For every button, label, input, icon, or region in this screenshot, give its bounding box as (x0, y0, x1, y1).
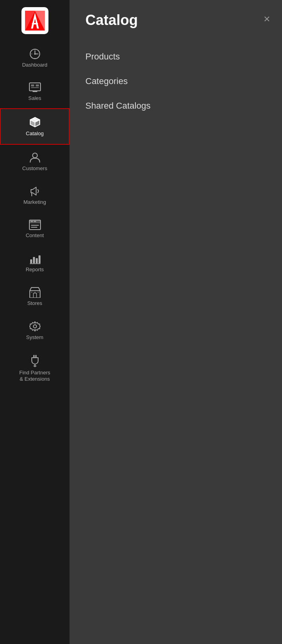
svg-rect-13 (29, 83, 41, 91)
svg-rect-42 (33, 293, 37, 298)
catalog-icon (29, 116, 41, 128)
menu-item-products[interactable]: Products (85, 44, 270, 69)
sidebar-item-label: Marketing (23, 199, 46, 205)
sidebar-item-label: Find Partners & Extensions (19, 370, 50, 382)
dashboard-icon (29, 48, 41, 59)
sidebar-item-sales[interactable]: Sales (0, 75, 70, 109)
sidebar-item-label: Content (26, 232, 44, 239)
logo-area (0, 0, 70, 41)
panel-header: Catalog × (85, 12, 270, 29)
sidebar-item-label: Dashboard (22, 62, 48, 68)
marketing-icon (29, 186, 41, 197)
sidebar-item-reports[interactable]: Reports (0, 246, 70, 280)
svg-rect-48 (35, 355, 37, 358)
svg-point-8 (34, 53, 36, 55)
svg-rect-33 (31, 221, 33, 222)
svg-rect-47 (33, 355, 35, 358)
adobe-logo-icon (25, 11, 45, 31)
sidebar-item-find-partners[interactable]: Find Partners & Extensions (0, 347, 70, 389)
close-button[interactable]: × (264, 13, 270, 25)
reports-icon (29, 253, 41, 264)
svg-point-26 (33, 153, 37, 158)
sidebar-item-stores[interactable]: Stores (0, 280, 70, 314)
system-icon (29, 321, 41, 332)
sidebar-item-label: Reports (26, 266, 44, 273)
menu-item-shared-catalogs[interactable]: Shared Catalogs (85, 94, 270, 118)
catalog-panel: Catalog × Products Categories Shared Cat… (70, 0, 282, 644)
svg-rect-38 (39, 255, 41, 263)
svg-rect-15 (36, 84, 39, 86)
svg-point-46 (33, 325, 37, 328)
sidebar-item-label: Customers (22, 165, 47, 172)
sidebar-item-label: Sales (28, 95, 41, 102)
sidebar-item-label: Catalog (26, 130, 44, 137)
svg-rect-40 (30, 291, 40, 298)
content-icon (29, 220, 41, 230)
svg-rect-34 (34, 221, 36, 222)
svg-rect-17 (33, 91, 37, 92)
sidebar-item-catalog[interactable]: Catalog (0, 108, 70, 145)
sidebar-item-system[interactable]: System (0, 314, 70, 348)
customers-icon (29, 152, 41, 163)
svg-rect-4 (32, 23, 38, 25)
nav-items: Dashboard Sales (0, 41, 70, 644)
panel-title: Catalog (85, 12, 138, 29)
menu-item-categories[interactable]: Categories (85, 69, 270, 94)
sidebar-item-customers[interactable]: Customers (0, 145, 70, 179)
stores-icon (29, 287, 41, 298)
extensions-icon (29, 355, 41, 367)
catalog-menu: Products Categories Shared Catalogs (85, 44, 270, 118)
sidebar-item-label: Stores (27, 300, 42, 307)
sidebar-item-marketing[interactable]: Marketing (0, 178, 70, 213)
adobe-logo (21, 7, 48, 34)
svg-rect-36 (33, 257, 35, 263)
sidebar-item-dashboard[interactable]: Dashboard (0, 41, 70, 75)
sidebar-item-label: System (26, 334, 43, 341)
svg-rect-14 (31, 84, 34, 86)
svg-rect-35 (30, 259, 32, 263)
sidebar-item-content[interactable]: Content (0, 213, 70, 246)
sales-icon (29, 82, 41, 93)
svg-rect-16 (31, 87, 39, 88)
svg-rect-37 (36, 258, 38, 263)
sidebar: Dashboard Sales (0, 0, 70, 644)
